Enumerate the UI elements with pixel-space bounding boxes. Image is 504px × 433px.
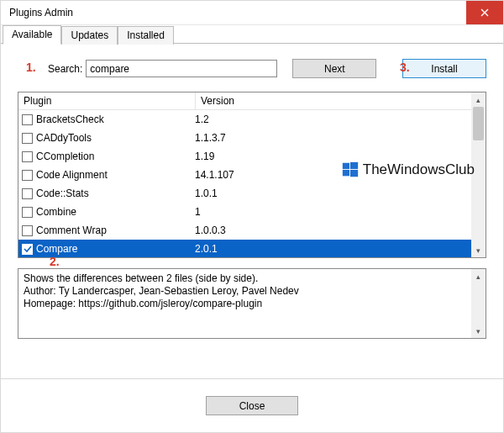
window-title: Plugins Admin	[9, 7, 73, 18]
plugin-version: 14.1.107	[190, 169, 471, 181]
scroll-down-icon[interactable]: ▾	[471, 243, 486, 257]
plugin-checkbox[interactable]	[22, 207, 33, 218]
plugin-version: 1.2	[190, 114, 471, 125]
plugin-version: 1.19	[190, 150, 471, 162]
table-row[interactable]: Combine1	[18, 203, 471, 221]
close-button[interactable]: Close	[206, 396, 298, 415]
scroll-thumb[interactable]	[473, 107, 484, 140]
list-scrollbar[interactable]: ▴ ▾	[471, 92, 486, 257]
scroll-down-icon[interactable]: ▾	[471, 324, 486, 338]
search-input[interactable]	[86, 60, 277, 77]
plugin-version: 1.0.0.3	[190, 224, 471, 236]
close-icon[interactable]	[466, 1, 503, 24]
table-row[interactable]: Code::Stats1.0.1	[18, 184, 471, 203]
plugin-checkbox[interactable]	[22, 114, 33, 125]
plugin-checkbox[interactable]	[22, 133, 33, 144]
plugin-version: 1.0.1	[190, 187, 471, 199]
table-row[interactable]: Comment Wrap1.0.0.3	[18, 221, 471, 240]
plugin-checkbox[interactable]	[22, 225, 33, 236]
search-label: Search:	[48, 63, 82, 75]
tab-updates[interactable]: Updates	[61, 26, 118, 45]
plugin-name: CCompletion	[36, 150, 94, 162]
desc-scrollbar[interactable]: ▴ ▾	[471, 269, 486, 338]
plugin-name: Combine	[36, 206, 76, 218]
plugin-version: 1	[190, 206, 471, 218]
table-row[interactable]: Compare2.0.1	[18, 240, 471, 257]
plugin-name: Code Alignment	[36, 169, 108, 181]
table-row[interactable]: CADdyTools1.1.3.7	[18, 129, 471, 147]
plugin-version: 1.1.3.7	[190, 132, 471, 144]
plugin-name: BracketsCheck	[36, 114, 104, 125]
column-header-version[interactable]: Version	[196, 92, 471, 109]
annotation-2: 2.	[50, 255, 60, 268]
column-header-plugin[interactable]: Plugin	[18, 92, 196, 109]
plugin-version: 2.0.1	[190, 243, 471, 255]
annotation-3: 3.	[400, 61, 410, 74]
plugin-name: CADdyTools	[36, 132, 92, 144]
plugin-name: Compare	[36, 243, 77, 255]
plugin-checkbox[interactable]	[22, 188, 33, 199]
plugin-description: Shows the differences between 2 files (s…	[18, 269, 471, 338]
annotation-1: 1.	[26, 61, 36, 74]
plugin-checkbox[interactable]	[22, 170, 33, 181]
plugin-checkbox[interactable]	[22, 244, 33, 255]
scroll-up-icon[interactable]: ▴	[471, 269, 486, 283]
next-button[interactable]: Next	[292, 59, 376, 78]
tab-installed[interactable]: Installed	[118, 26, 174, 45]
table-row[interactable]: BracketsCheck1.2	[18, 110, 471, 129]
table-row[interactable]: CCompletion1.19	[18, 147, 471, 166]
install-button[interactable]: Install	[402, 59, 486, 78]
tab-available[interactable]: Available	[3, 25, 61, 45]
plugin-name: Comment Wrap	[36, 224, 107, 236]
plugin-name: Code::Stats	[36, 187, 89, 199]
table-row[interactable]: Code Alignment14.1.107	[18, 166, 471, 184]
plugin-checkbox[interactable]	[22, 151, 33, 162]
scroll-up-icon[interactable]: ▴	[471, 92, 486, 107]
